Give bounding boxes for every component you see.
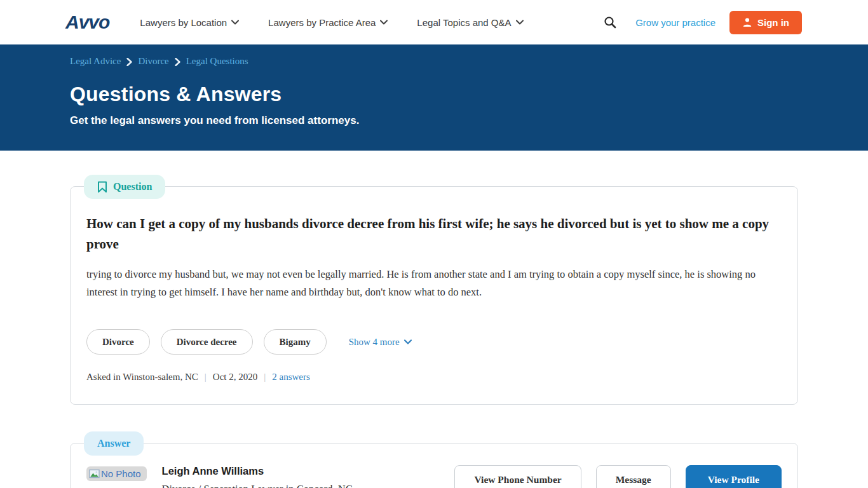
show-more-link[interactable]: Show 4 more — [349, 337, 412, 348]
lawyer-name[interactable]: Leigh Anne Williams — [162, 465, 455, 477]
nav-legal-topics-qa-label: Legal Topics and Q&A — [417, 17, 511, 28]
person-icon — [742, 17, 752, 27]
question-tags: Divorce Divorce decree Bigamy Show 4 mor… — [86, 329, 782, 355]
nav-lawyers-by-practice-area-label: Lawyers by Practice Area — [268, 17, 376, 28]
question-meta: Asked in Winston-salem, NC | Oct 2, 2020… — [86, 372, 782, 383]
chevron-down-icon — [516, 20, 524, 25]
chevron-down-icon — [231, 20, 239, 25]
hero-banner: Legal Advice Divorce Legal Questions Que… — [0, 44, 868, 151]
nav-lawyers-by-practice-area[interactable]: Lawyers by Practice Area — [268, 17, 388, 28]
sign-in-label: Sign in — [757, 17, 789, 28]
chevron-down-icon — [380, 20, 388, 25]
nav-legal-topics-qa[interactable]: Legal Topics and Q&A — [417, 17, 523, 28]
breadcrumb: Legal Advice Divorce Legal Questions — [70, 44, 798, 67]
chevron-down-icon — [404, 339, 412, 344]
answer-badge-label: Answer — [97, 438, 130, 449]
question-title: How can I get a copy of my husbands divo… — [86, 214, 770, 254]
view-profile-button[interactable]: View Profile — [686, 465, 782, 488]
meta-divider: | — [205, 372, 207, 383]
lawyer-subtitle: Divorce / Separation Lawyer in Concord, … — [162, 483, 455, 488]
question-badge: Question — [84, 175, 165, 199]
answer-lawyer-row: No Photo Leigh Anne Williams Divorce / S… — [86, 465, 782, 488]
answer-actions: View Phone Number Message View Profile — [454, 465, 782, 488]
tag-divorce-decree[interactable]: Divorce decree — [161, 329, 253, 355]
chevron-right-icon — [175, 58, 180, 66]
meta-divider: | — [264, 372, 266, 383]
lawyer-avatar[interactable]: No Photo — [86, 466, 147, 481]
sign-in-button[interactable]: Sign in — [729, 11, 802, 34]
breadcrumb-legal-questions[interactable]: Legal Questions — [186, 56, 248, 67]
broken-image-icon — [89, 469, 100, 478]
main-content: Question How can I get a copy of my husb… — [70, 186, 798, 488]
question-body: trying to divorce my husband but, we may… — [86, 266, 770, 301]
search-icon[interactable] — [604, 16, 616, 29]
breadcrumb-legal-advice[interactable]: Legal Advice — [70, 56, 121, 67]
question-badge-label: Question — [113, 181, 152, 193]
answer-badge: Answer — [84, 431, 144, 456]
bookmark-icon — [97, 181, 107, 193]
avvo-logo[interactable]: Avvo — [65, 11, 109, 33]
nav-lawyers-by-location[interactable]: Lawyers by Location — [140, 17, 239, 28]
answer-card: Answer No Photo Leigh Anne Williams Divo… — [70, 443, 798, 488]
page-title: Questions & Answers — [70, 83, 798, 106]
message-button[interactable]: Message — [596, 465, 671, 488]
asked-in-text: Asked in Winston-salem, NC — [86, 372, 198, 383]
nav-lawyers-by-location-label: Lawyers by Location — [140, 17, 227, 28]
answers-count-link[interactable]: 2 answers — [272, 372, 310, 383]
lawyer-info: Leigh Anne Williams Divorce / Separation… — [162, 465, 455, 488]
tag-bigamy[interactable]: Bigamy — [264, 329, 327, 355]
top-navbar: Avvo Lawyers by Location Lawyers by Prac… — [0, 0, 868, 44]
breadcrumb-divorce[interactable]: Divorce — [138, 56, 168, 67]
question-card: Question How can I get a copy of my husb… — [70, 186, 798, 405]
page-subtitle: Get the legal answers you need from lice… — [70, 114, 798, 127]
grow-your-practice-link[interactable]: Grow your practice — [635, 17, 715, 28]
show-more-label: Show 4 more — [349, 337, 400, 348]
view-phone-number-button[interactable]: View Phone Number — [454, 465, 581, 488]
chevron-right-icon — [126, 58, 132, 66]
avatar-alt-text: No Photo — [101, 468, 141, 479]
tag-divorce[interactable]: Divorce — [86, 329, 150, 355]
asked-date: Oct 2, 2020 — [213, 372, 257, 383]
